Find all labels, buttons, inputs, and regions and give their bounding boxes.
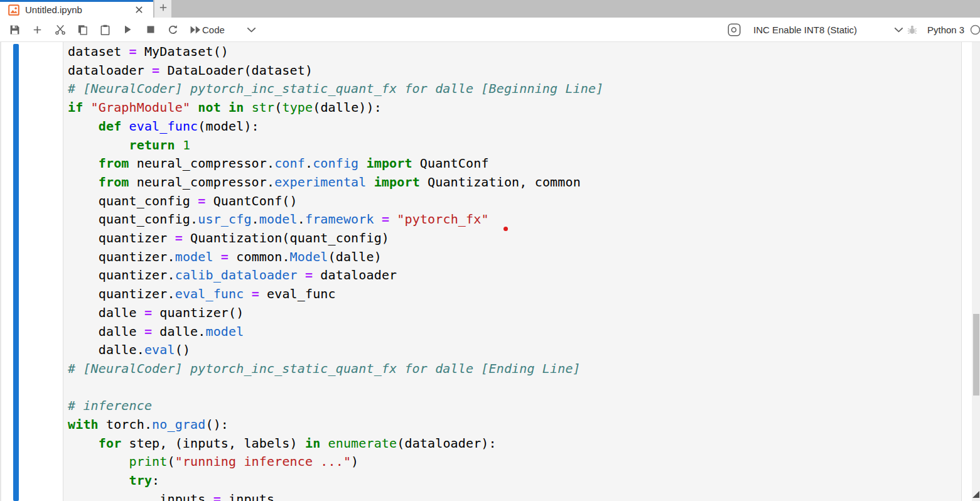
neural-coder-selector[interactable]: INC Enable INT8 (Static) <box>728 18 908 41</box>
close-icon[interactable] <box>134 6 143 14</box>
save-icon <box>9 24 20 35</box>
kernel-name[interactable]: Python 3 <box>927 18 964 41</box>
tab-title: Untitled.ipynb <box>25 4 134 15</box>
code-line: def eval_func(model): <box>68 117 961 136</box>
code-line: from neural_compressor.experimental impo… <box>68 173 961 192</box>
interrupt-kernel-button[interactable] <box>144 24 156 36</box>
code-line: with torch.no_grad(): <box>68 416 961 434</box>
insert-cell-button[interactable] <box>31 24 43 36</box>
code-line: dataset = MyDataset() <box>68 43 961 62</box>
save-button[interactable] <box>9 24 21 36</box>
paste-cells-button[interactable] <box>99 24 111 36</box>
neural-coder-value: INC Enable INT8 (Static) <box>753 24 857 35</box>
copy-cells-button[interactable] <box>77 24 89 36</box>
scroll-corner-icon <box>972 491 979 498</box>
code-line: from neural_compressor.conf.config impor… <box>68 154 961 173</box>
panel-left-edge <box>0 42 1 501</box>
tab-untitled-notebook[interactable]: Untitled.ipynb <box>0 0 153 18</box>
code-line: dataloader = DataLoader(dataset) <box>68 62 961 80</box>
restart-run-all-button[interactable] <box>190 24 202 36</box>
code-content: dataset = MyDataset()dataloader = DataLo… <box>68 43 961 501</box>
code-line: dalle = quantizer() <box>68 304 961 323</box>
add-cell-icon <box>32 24 43 35</box>
code-line: quant_config = QuantConf() <box>68 192 961 211</box>
code-line: quantizer = Quantization(quant_config) <box>68 229 961 248</box>
code-line: quantizer.calib_dataloader = dataloader <box>68 266 961 285</box>
cut-icon <box>55 24 66 35</box>
code-line <box>68 379 961 397</box>
code-line: if "GraphModule" not in str(type(dalle))… <box>68 99 961 117</box>
code-line: try: <box>68 471 961 490</box>
cell-collapser[interactable] <box>13 44 19 501</box>
kernel-idle-icon <box>970 24 980 35</box>
cell-type-value: Code <box>202 24 225 35</box>
run-icon <box>123 24 132 35</box>
run-cell-button[interactable] <box>122 24 134 36</box>
code-line: # inference <box>68 397 961 416</box>
bug-icon[interactable] <box>907 24 918 35</box>
fast-forward-icon <box>190 25 202 35</box>
new-tab-button[interactable] <box>154 0 171 18</box>
tab-bar: Untitled.ipynb <box>0 0 980 18</box>
copy-icon <box>77 24 88 35</box>
notebook-toolbar: Code INC Enable INT8 (Static) Python 3 <box>0 18 980 42</box>
cut-cells-button[interactable] <box>54 24 66 36</box>
paste-icon <box>100 24 110 35</box>
code-line: quantizer.model = common.Model(dalle) <box>68 248 961 267</box>
notebook-icon <box>8 4 19 16</box>
code-line: for step, (inputs, labels) in enumerate(… <box>68 434 961 453</box>
cell-type-dropdown[interactable]: Code <box>202 18 225 41</box>
chevron-down-icon[interactable] <box>247 27 256 33</box>
chevron-down-icon <box>894 27 903 33</box>
code-line: print("running inference ...") <box>68 453 961 471</box>
restart-icon <box>168 24 178 35</box>
toolbar-button-group <box>9 18 202 41</box>
add-tab-icon <box>158 3 168 15</box>
code-line: # [NeuralCoder] pytorch_inc_static_quant… <box>68 80 961 99</box>
code-cell-editor[interactable]: dataset = MyDataset()dataloader = DataLo… <box>63 42 962 501</box>
code-line: quantizer.eval_func = eval_func <box>68 285 961 304</box>
code-line: # [NeuralCoder] pytorch_inc_static_quant… <box>68 360 961 379</box>
code-line: quant_config.usr_cfg.model.framework = "… <box>68 210 961 229</box>
code-line: dalle = dalle.model <box>68 323 961 342</box>
code-line: dalle.eval() <box>68 341 961 360</box>
code-line: return 1 <box>68 136 961 155</box>
scrollbar-thumb[interactable] <box>973 314 979 396</box>
annotation-dot <box>503 227 508 231</box>
neural-coder-icon <box>728 23 741 36</box>
code-line: inputs = inputs <box>68 490 961 501</box>
vertical-scrollbar[interactable] <box>972 42 980 501</box>
restart-kernel-button[interactable] <box>167 24 179 36</box>
stop-icon <box>146 25 155 34</box>
